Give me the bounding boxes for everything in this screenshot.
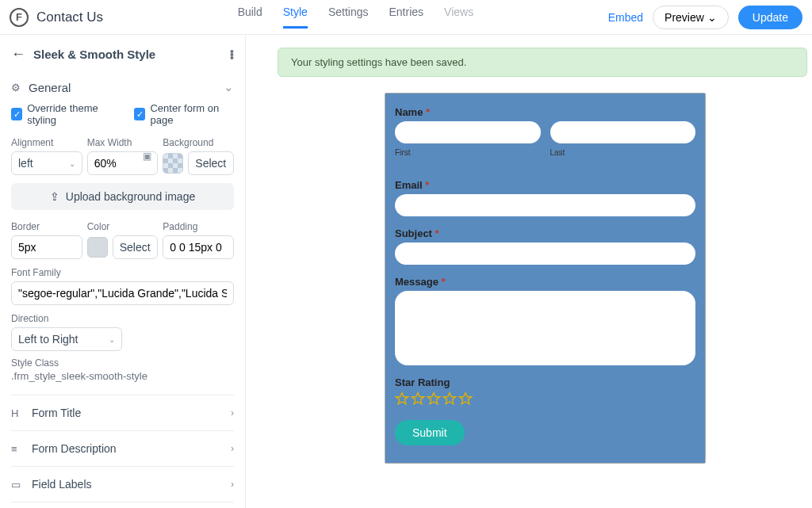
style-name: Sleek & Smooth Style <box>33 48 222 61</box>
form-preview: Name * First Last Email * Subject <box>385 93 706 464</box>
checkbox-center[interactable]: ✓ <box>134 108 145 120</box>
heading-icon: H <box>11 407 24 419</box>
message-label: Message <box>395 276 439 288</box>
lines-icon: ≡ <box>11 443 24 455</box>
tab-views: Views <box>444 6 473 29</box>
email-input[interactable] <box>395 194 695 216</box>
upload-label: Upload background image <box>66 190 195 203</box>
color-select[interactable]: Select <box>113 235 159 259</box>
embed-link[interactable]: Embed <box>608 11 643 24</box>
background-swatch[interactable] <box>163 153 183 174</box>
star-icon[interactable] <box>411 392 425 406</box>
section-form-description[interactable]: ≡ Form Description › <box>11 430 234 466</box>
background-value: Select <box>195 157 226 170</box>
required-icon: * <box>426 106 430 118</box>
subject-input[interactable] <box>395 243 695 265</box>
preview-label: Preview <box>665 11 704 24</box>
color-value: Select <box>120 241 151 254</box>
border-input[interactable] <box>11 235 82 259</box>
border-label: Border <box>11 221 82 232</box>
tab-style[interactable]: Style <box>283 6 308 29</box>
color-label: Color <box>87 221 159 232</box>
direction-select[interactable]: Left to Right ⌄ <box>11 327 122 351</box>
styleclass-value: .frm_style_sleek-smooth-style <box>11 370 234 382</box>
tab-settings[interactable]: Settings <box>328 6 369 29</box>
checkbox-override-label: Override theme styling <box>27 102 118 126</box>
svg-marker-3 <box>444 393 456 404</box>
star-icon[interactable] <box>442 392 457 406</box>
fontfamily-label: Font Family <box>11 267 234 278</box>
section-form-title[interactable]: H Form Title › <box>11 395 234 430</box>
subject-label: Subject <box>395 227 432 239</box>
chevron-right-icon: › <box>231 407 234 418</box>
section-label: Form Title <box>32 407 223 419</box>
tab-build[interactable]: Build <box>238 6 262 29</box>
checkbox-override[interactable]: ✓ <box>11 108 22 120</box>
upload-icon: ⇪ <box>50 190 59 203</box>
submit-button[interactable]: Submit <box>395 420 465 445</box>
direction-value: Left to Right <box>18 333 79 346</box>
tab-entries[interactable]: Entries <box>389 6 423 29</box>
checkbox-center-label: Center form on page <box>150 102 234 126</box>
chevron-down-icon: ⌄ <box>69 159 75 168</box>
chevron-down-icon: ⌄ <box>109 335 115 344</box>
chevron-right-icon: › <box>231 479 234 490</box>
star-icon[interactable] <box>427 392 441 406</box>
svg-marker-4 <box>460 393 472 404</box>
preview-button[interactable]: Preview ⌄ <box>653 6 729 29</box>
alignment-select[interactable]: left ⌄ <box>11 151 82 175</box>
star-icon[interactable] <box>395 392 409 406</box>
section-label: Form Description <box>32 442 223 455</box>
name-label: Name <box>395 106 423 118</box>
alignment-value: left <box>18 157 33 170</box>
first-name-input[interactable] <box>395 121 541 143</box>
last-name-input[interactable] <box>550 121 696 143</box>
last-sublabel: Last <box>550 148 696 157</box>
required-icon: * <box>435 227 439 239</box>
background-label: Background <box>163 137 234 148</box>
chevron-down-icon: ⌄ <box>707 11 717 24</box>
section-field-labels[interactable]: ▭ Field Labels › <box>11 466 234 502</box>
required-icon: * <box>425 179 429 191</box>
fontfamily-input[interactable] <box>11 281 234 305</box>
nav-tabs: Build Style Settings Entries Views <box>238 6 474 29</box>
sliders-icon: ⚙ <box>11 82 21 94</box>
styleclass-label: Style Class <box>11 357 234 369</box>
padding-label: Padding <box>163 221 234 232</box>
label-icon: ▭ <box>11 479 24 491</box>
upload-bg-button[interactable]: ⇪ Upload background image <box>11 183 234 210</box>
section-label: Field Labels <box>32 478 223 491</box>
back-arrow-icon[interactable]: ← <box>11 46 25 63</box>
update-button[interactable]: Update <box>738 6 802 29</box>
alignment-label: Alignment <box>11 137 82 148</box>
padding-input[interactable] <box>163 235 234 259</box>
message-textarea[interactable] <box>395 291 695 365</box>
color-swatch[interactable] <box>87 237 108 258</box>
chevron-down-icon: ⌄ <box>224 80 234 94</box>
first-sublabel: First <box>395 148 541 157</box>
direction-label: Direction <box>11 313 234 324</box>
section-label: General <box>29 81 71 94</box>
email-label: Email <box>395 179 423 191</box>
svg-marker-1 <box>412 393 424 404</box>
svg-marker-2 <box>428 393 440 404</box>
star-rating-label: Star Rating <box>395 376 695 388</box>
maxwidth-label: Max Width <box>87 137 159 148</box>
app-logo: F <box>10 8 29 27</box>
page-title: Contact Us <box>36 10 103 25</box>
saved-banner: Your styling settings have been saved. <box>278 48 807 77</box>
svg-marker-0 <box>396 393 408 404</box>
section-general[interactable]: ⚙ General ⌄ <box>11 75 234 102</box>
star-icon[interactable] <box>458 392 473 406</box>
required-icon: * <box>442 276 446 288</box>
unit-icon[interactable]: ▣ <box>143 151 151 162</box>
background-select[interactable]: Select <box>188 151 234 175</box>
style-sidebar: ← Sleek & Smooth Style ••• ⚙ General ⌄ ✓… <box>0 35 246 508</box>
kebab-menu[interactable]: ••• <box>230 50 234 59</box>
chevron-right-icon: › <box>231 443 234 454</box>
section-field-description[interactable]: ⓘ Field Description › <box>11 502 234 508</box>
preview-pane: Your styling settings have been saved. N… <box>246 35 812 508</box>
